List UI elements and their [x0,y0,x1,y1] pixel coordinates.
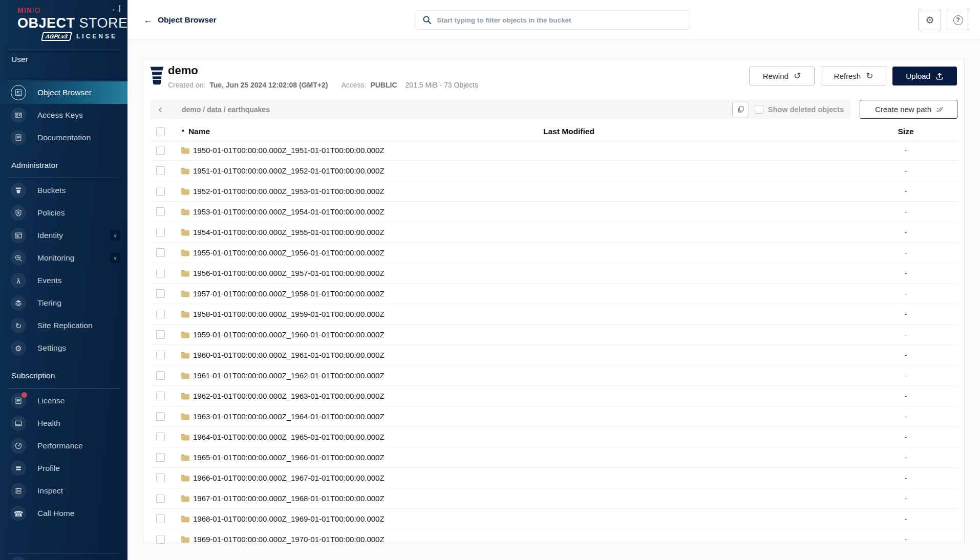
sidebar-item-license[interactable]: License [0,390,127,412]
table-row[interactable]: 1961-01-01T00:00:00.000Z_1962-01-01T00:0… [150,365,957,386]
table-row[interactable]: 1955-01-01T00:00:00.000Z_1956-01-01T00:0… [150,243,957,263]
row-checkbox[interactable] [156,228,165,236]
row-checkbox[interactable] [156,371,165,380]
table-row[interactable]: 1965-01-01T00:00:00.000Z_1966-01-01T00:0… [150,447,957,468]
sidebar-item-site-replication[interactable]: ↻Site Replication [0,314,127,337]
sidebar-item-identity[interactable]: Identity∨ [0,224,127,247]
profile-icon [11,461,26,476]
refresh-icon: ↻ [866,72,873,80]
row-checkbox[interactable] [156,248,165,257]
sidebar-item-events[interactable]: λEvents [0,269,127,292]
table-row[interactable]: 1963-01-01T00:00:00.000Z_1964-01-01T00:0… [150,406,957,427]
row-checkbox[interactable] [156,146,165,155]
object-size: - [860,146,952,155]
folder-icon [181,249,189,256]
object-size: - [860,331,952,339]
row-checkbox[interactable] [156,535,165,544]
back-arrow-icon[interactable]: ← [143,15,153,26]
table-row[interactable]: 1960-01-01T00:00:00.000Z_1961-01-01T00:0… [150,345,957,365]
table-row[interactable]: 1958-01-01T00:00:00.000Z_1959-01-01T00:0… [150,304,957,325]
row-checkbox[interactable] [156,514,165,523]
row-checkbox[interactable] [156,187,165,196]
sidebar-item-label: Inspect [37,486,63,496]
table-row[interactable]: 1952-01-01T00:00:00.000Z_1953-01-01T00:0… [150,181,957,202]
table-row[interactable]: 1954-01-01T00:00:00.000Z_1955-01-01T00:0… [150,222,957,243]
sidebar-item-policies[interactable]: Policies [0,202,127,224]
row-checkbox[interactable] [156,453,165,462]
row-checkbox[interactable] [156,494,165,503]
search-input[interactable] [417,10,690,30]
rewind-icon: ↺ [794,72,801,80]
sidebar-item-performance[interactable]: Performance [0,435,127,457]
identity-icon [11,228,26,243]
bottom-item-icon[interactable] [11,556,26,560]
table-row[interactable]: 1967-01-01T00:00:00.000Z_1968-01-01T00:0… [150,488,957,509]
bucket-icon [150,66,164,85]
upload-button[interactable]: Upload [892,67,957,85]
table-row[interactable]: 1957-01-01T00:00:00.000Z_1958-01-01T00:0… [150,284,957,304]
help-button[interactable]: ? [947,10,969,30]
table-row[interactable]: 1956-01-01T00:00:00.000Z_1957-01-01T00:0… [150,263,957,284]
select-all-checkbox[interactable] [156,127,165,136]
table-row[interactable]: 1966-01-01T00:00:00.000Z_1967-01-01T00:0… [150,468,957,488]
sidebar-item-buckets[interactable]: Buckets [0,179,127,202]
inspect-icon [11,483,26,499]
folder-icon [181,187,189,195]
settings-button[interactable]: ⚙ [919,10,941,30]
column-header-name[interactable]: ▲ Name [173,127,543,136]
object-name: 1965-01-01T00:00:00.000Z_1966-01-01T00:0… [193,453,385,462]
sidebar-item-monitoring[interactable]: Monitoring∨ [0,247,127,269]
gear-icon: ⚙ [925,15,934,25]
row-checkbox[interactable] [156,289,165,298]
show-deleted-group: Show deleted objects [755,105,844,114]
sidebar-item-tiering[interactable]: Tiering [0,292,127,314]
notification-dot [22,392,27,398]
sidebar-item-access-keys[interactable]: Access Keys [0,104,127,126]
row-checkbox[interactable] [156,207,165,216]
row-checkbox[interactable] [156,166,165,175]
row-checkbox[interactable] [156,269,165,277]
row-checkbox[interactable] [156,473,165,482]
access-keys-icon [11,107,26,123]
table-row[interactable]: 1964-01-01T00:00:00.000Z_1965-01-01T00:0… [150,427,957,447]
policies-icon [11,205,26,221]
row-checkbox[interactable] [156,433,165,441]
row-checkbox[interactable] [156,330,165,339]
table-row[interactable]: 1962-01-01T00:00:00.000Z_1963-01-01T00:0… [150,386,957,406]
chevron-down-icon[interactable]: ∨ [110,230,120,241]
sidebar-item-object-browser[interactable]: Object Browser [0,81,127,104]
row-checkbox[interactable] [156,392,165,400]
row-checkbox[interactable] [156,351,165,359]
row-checkbox[interactable] [156,310,165,318]
table-row[interactable]: 1959-01-01T00:00:00.000Z_1960-01-01T00:0… [150,325,957,345]
table-row[interactable]: 1968-01-01T00:00:00.000Z_1969-01-01T00:0… [150,509,957,529]
collapse-sidebar-icon[interactable]: ← [111,5,120,12]
row-checkbox[interactable] [156,412,165,421]
sidebar-item-health[interactable]: Health [0,412,127,435]
sidebar-item-inspect[interactable]: Inspect [0,480,127,502]
divider [8,388,119,389]
table-row[interactable]: 1953-01-01T00:00:00.000Z_1954-01-01T00:0… [150,202,957,222]
object-name: 1956-01-01T00:00:00.000Z_1957-01-01T00:0… [193,269,385,277]
page-title-group[interactable]: ← Object Browser [143,0,217,40]
chevron-down-icon[interactable]: ∨ [110,253,120,263]
sidebar-bottom [0,553,127,560]
breadcrumb-back-icon[interactable]: ‹ [150,100,171,119]
sidebar-item-settings[interactable]: ⚙Settings [0,337,127,359]
sidebar-item-profile[interactable]: Profile [0,457,127,480]
folder-icon [181,228,189,236]
table-row[interactable]: 1951-01-01T00:00:00.000Z_1952-01-01T00:0… [150,161,957,181]
show-deleted-checkbox[interactable] [755,105,763,114]
sidebar-item-documentation[interactable]: Documentation [0,126,127,149]
breadcrumb[interactable]: demo / data / earthquakes [182,105,732,114]
license-icon [11,393,26,408]
object-name: 1960-01-01T00:00:00.000Z_1961-01-01T00:0… [193,351,385,359]
sidebar-item-call-home[interactable]: ☎Call Home [0,502,127,525]
copy-path-button[interactable] [732,102,749,117]
rewind-button[interactable]: Rewind ↺ [749,67,815,85]
table-row[interactable]: 1969-01-01T00:00:00.000Z_1970-01-01T00:0… [150,529,957,544]
refresh-button[interactable]: Refresh ↻ [821,67,886,85]
object-size: - [860,535,952,544]
table-row[interactable]: 1950-01-01T00:00:00.000Z_1951-01-01T00:0… [150,140,957,161]
create-new-path-button[interactable]: Create new path :∕∕ [860,100,957,119]
